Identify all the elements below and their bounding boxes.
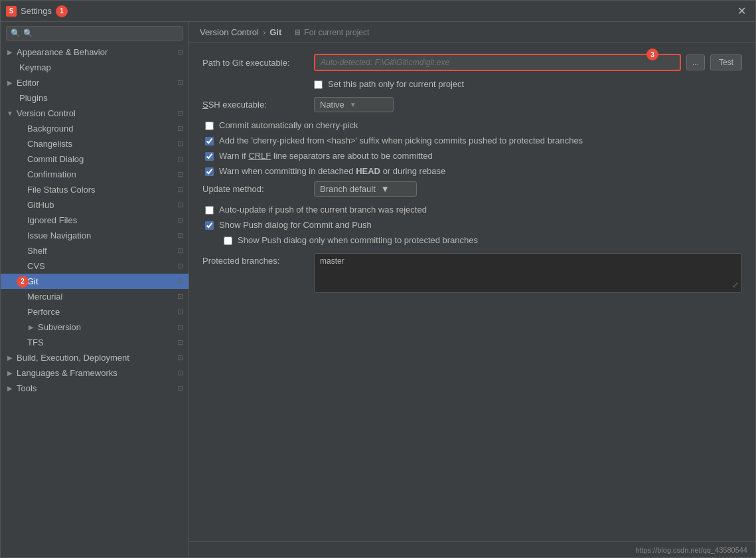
sidebar-item-label: Appearance & Behavior	[17, 47, 108, 57]
project-icon: 🖥	[293, 28, 301, 37]
sidebar-item-label: Subversion	[38, 322, 81, 332]
sidebar-item-label: Keymap	[19, 62, 51, 72]
git-path-input[interactable]	[314, 54, 681, 71]
sidebar-item-label: File Status Colors	[27, 185, 96, 195]
arrow-expanded-icon: ▼	[6, 110, 14, 117]
sidebar-item-confirmation[interactable]: Confirmation ⊡	[1, 167, 189, 182]
page-icon: ⊡	[177, 308, 183, 316]
page-icon: ⊡	[177, 384, 183, 393]
window-title: Settings	[21, 6, 52, 16]
sidebar-item-plugins[interactable]: Plugins	[1, 90, 189, 106]
sidebar-item-label: Commit Dialog	[27, 154, 84, 164]
page-icon: ⊡	[177, 124, 183, 133]
warn-detached-checkbox[interactable]	[205, 167, 214, 176]
sidebar-item-label: TFS	[27, 337, 44, 347]
page-icon: ⊡	[177, 78, 183, 87]
sidebar-item-ignored-files[interactable]: Ignored Files ⊡	[1, 213, 189, 228]
title-bar: S Settings 1 ✕	[1, 1, 755, 22]
arrow-icon: ▶	[6, 79, 14, 86]
current-path-row: Set this path only for current project	[202, 79, 742, 89]
auto-update-checkbox[interactable]	[205, 206, 214, 215]
warn-detached-row: Warn when committing in detached HEAD or…	[202, 166, 742, 176]
sidebar-item-github[interactable]: GitHub ⊡	[1, 197, 189, 213]
update-method-value: Branch default	[320, 184, 376, 194]
cherry-suffix-checkbox[interactable]	[205, 137, 214, 145]
sidebar-item-languages[interactable]: ▶ Languages & Frameworks ⊡	[1, 365, 189, 381]
sidebar-item-appearance[interactable]: ▶ Appearance & Behavior ⊡	[1, 45, 189, 60]
sidebar-item-label: Plugins	[19, 93, 48, 103]
sidebar-item-commit-dialog[interactable]: Commit Dialog ⊡	[1, 151, 189, 167]
git-path-label: Path to Git executable:	[202, 58, 309, 68]
show-push-protected-checkbox[interactable]	[224, 236, 232, 245]
page-icon: ⊡	[177, 353, 183, 362]
page-icon: ⊡	[177, 155, 183, 163]
sidebar-item-label: Mercurial	[27, 292, 62, 302]
page-icon: ⊡	[177, 170, 183, 179]
breadcrumb-page: Git	[269, 27, 281, 37]
protected-branches-container[interactable]: master ⤢	[314, 253, 742, 293]
sidebar-item-label: Git	[27, 276, 38, 286]
footer-link: https://blog.csdn.net/qq_43580544	[635, 546, 747, 554]
ssh-label-text: S	[202, 100, 208, 110]
update-method-row: Update method: Branch default ▼	[202, 181, 742, 197]
sidebar-item-keymap[interactable]: Keymap	[1, 60, 189, 75]
sidebar-item-version-control[interactable]: ▼ Version Control ⊡	[1, 106, 189, 121]
warn-crlf-checkbox[interactable]	[205, 152, 214, 161]
page-icon: ⊡	[177, 338, 183, 347]
sidebar-item-build-execution[interactable]: ▶ Build, Execution, Deployment ⊡	[1, 350, 189, 365]
sidebar: 🔍 ▶ Appearance & Behavior ⊡ Keymap ▶ Edi…	[1, 22, 189, 557]
breadcrumb-bar: Version Control › Git 🖥 For current proj…	[189, 22, 755, 43]
sidebar-item-tfs[interactable]: TFS ⊡	[1, 335, 189, 350]
warn-crlf-label: Warn if CRLF line separators are about t…	[219, 151, 433, 161]
current-path-label: Set this path only for current project	[328, 79, 464, 89]
ssh-label: SSH executable:	[202, 100, 309, 110]
sidebar-item-mercurial[interactable]: Mercurial ⊡	[1, 289, 189, 304]
sidebar-item-tools[interactable]: ▶ Tools ⊡	[1, 381, 189, 396]
sidebar-item-cvs[interactable]: CVS ⊡	[1, 258, 189, 274]
ssh-select[interactable]: Native ▼	[314, 97, 394, 112]
browse-button[interactable]: ...	[686, 54, 705, 70]
sidebar-item-label: Changelists	[27, 139, 72, 149]
show-push-dialog-checkbox[interactable]	[205, 221, 214, 230]
page-icon: ⊡	[177, 109, 183, 118]
protected-branches-label: Protected branches:	[202, 253, 309, 266]
sidebar-item-git[interactable]: Git 2 ⊡	[1, 274, 189, 289]
warn-detached-label: Warn when committing in detached HEAD or…	[219, 166, 445, 176]
search-box[interactable]: 🔍	[6, 26, 183, 41]
sidebar-item-label: Tools	[17, 383, 37, 393]
sidebar-item-file-status-colors[interactable]: File Status Colors ⊡	[1, 182, 189, 197]
sidebar-item-changelists[interactable]: Changelists ⊡	[1, 136, 189, 151]
commit-auto-cherry-checkbox[interactable]	[205, 122, 214, 130]
sidebar-item-label: Version Control	[17, 108, 76, 118]
title-bar-left: S Settings 1	[6, 5, 68, 17]
sidebar-item-perforce[interactable]: Perforce ⊡	[1, 304, 189, 320]
arrow-icon: ▶	[6, 369, 14, 377]
footer-bar: https://blog.csdn.net/qq_43580544	[189, 541, 755, 557]
auto-update-label: Auto-update if push of the current branc…	[219, 205, 427, 215]
page-icon: ⊡	[177, 369, 183, 377]
page-icon: ⊡	[177, 185, 183, 194]
cherry-suffix-label: Add the 'cherry-picked from <hash>' suff…	[219, 136, 583, 145]
search-icon: 🔍	[11, 29, 21, 38]
ssh-row: SSH executable: Native ▼	[202, 97, 742, 112]
sidebar-item-label: Perforce	[27, 307, 60, 317]
update-method-select[interactable]: Branch default ▼	[314, 181, 417, 197]
close-button[interactable]: ✕	[733, 3, 750, 19]
current-path-checkbox[interactable]	[314, 80, 323, 89]
breadcrumb-separator: ›	[263, 27, 265, 37]
sidebar-item-issue-navigation[interactable]: Issue Navigation ⊡	[1, 228, 189, 243]
sidebar-item-label: Languages & Frameworks	[17, 368, 117, 378]
sidebar-item-shelf[interactable]: Shelf ⊡	[1, 243, 189, 258]
sidebar-item-subversion[interactable]: ▶ Subversion ⊡	[1, 320, 189, 335]
git-badge: 2	[17, 276, 29, 288]
breadcrumb-project: 🖥 For current project	[293, 28, 369, 37]
nav-tree: ▶ Appearance & Behavior ⊡ Keymap ▶ Edito…	[1, 45, 189, 557]
sidebar-item-background[interactable]: Background ⊡	[1, 121, 189, 136]
search-input[interactable]	[23, 29, 179, 38]
update-method-label: Update method:	[202, 184, 309, 194]
sidebar-item-label: Issue Navigation	[27, 231, 91, 240]
test-button[interactable]: Test	[710, 54, 742, 70]
settings-form: Path to Git executable: 3 ... Test Set t…	[189, 43, 755, 541]
sidebar-item-editor[interactable]: ▶ Editor ⊡	[1, 75, 189, 90]
cherry-suffix-row: Add the 'cherry-picked from <hash>' suff…	[202, 136, 742, 145]
